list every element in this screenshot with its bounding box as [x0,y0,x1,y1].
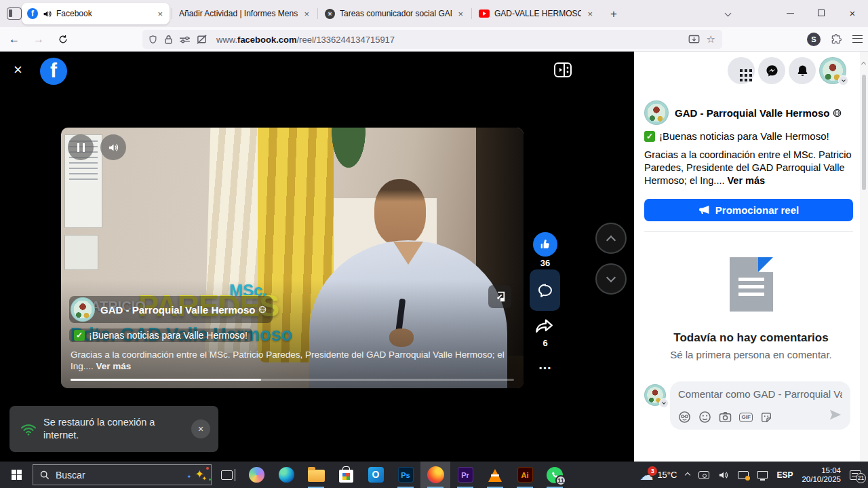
firefox-view-icon[interactable] [7,7,22,20]
taskbar-photoshop[interactable]: Ps [391,462,420,488]
comment-button[interactable] [530,269,560,311]
cast-tray-icon[interactable] [738,471,749,479]
toast-close-button[interactable]: × [191,419,210,438]
avatar-sticker-icon[interactable] [678,411,691,424]
taskbar-illustrator[interactable]: Ai [510,462,540,488]
start-button[interactable] [0,462,33,488]
chevron-down-icon [606,272,616,282]
scroll-up-icon[interactable] [861,62,866,67]
network-tray-icon[interactable] [757,471,768,478]
wall-paper [64,235,98,270]
browser-chrome: f Facebook × Añadir Actividad | Informes… [0,0,868,52]
camera-icon[interactable] [719,411,732,423]
profile-avatar-button[interactable] [819,57,846,84]
reel-page-row[interactable]: GAD - Parroquial Valle Hermoso [69,296,273,323]
more-options-button[interactable]: … [533,357,557,373]
collapse-sidebar-icon[interactable] [553,62,572,81]
page-name-link[interactable]: GAD - Parroquial Valle Hermoso [100,304,267,316]
window-close-button[interactable]: × [837,0,868,26]
previous-reel-button[interactable] [595,223,627,254]
share-button[interactable] [534,316,557,337]
send-comment-button[interactable] [829,409,842,424]
reel-close-icon[interactable]: × [14,62,22,77]
menu-hamburger-icon[interactable] [852,35,863,43]
reel-sidebar: GAD - Parroquial Valle Hermoso ✓ ¡Buenas… [634,52,868,462]
back-button[interactable]: ← [4,30,24,49]
list-tabs-button[interactable] [712,0,743,26]
hidden-icons-chevron[interactable] [685,472,690,477]
clock[interactable]: 15:04 20/10/2025 [802,466,841,484]
tab-audio-icon[interactable] [43,10,52,18]
bookmark-star-icon[interactable]: ☆ [707,33,715,45]
new-tab-button[interactable]: + [605,5,623,23]
capture-tray-icon[interactable] [698,471,709,479]
taskbar-premiere[interactable]: Pr [450,462,480,488]
taskbar-vlc[interactable] [480,462,510,488]
gif-icon[interactable]: GIF [739,413,753,422]
sticker-icon[interactable] [760,411,772,424]
tab-informes[interactable]: Añadir Actividad | Informes Mensua × [174,3,316,24]
picture-in-picture-button[interactable] [488,285,511,308]
page-row[interactable]: GAD - Parroquial Valle Hermoso [644,100,842,125]
pause-button[interactable] [68,134,94,160]
blocked-media-icon[interactable] [197,35,208,44]
lock-icon[interactable] [164,35,173,45]
empty-comments-document-icon [730,257,773,312]
permissions-icon[interactable] [179,35,191,44]
taskbar-task-view[interactable] [212,462,241,488]
taskbar-store[interactable] [331,462,361,488]
next-reel-button[interactable] [595,263,627,295]
taskbar-search[interactable]: Buscar ✦ ✦ ✦ [33,464,212,485]
tab-title: Facebook [56,9,151,18]
tab-close-icon[interactable]: × [302,9,311,19]
weather-widget[interactable]: ☁ 3 15°C [639,468,677,482]
bell-icon [795,64,810,78]
notifications-button[interactable] [789,57,816,84]
taskbar-firefox[interactable] [420,462,450,488]
taskbar-edge[interactable] [271,462,301,488]
window-minimize-button[interactable] [774,0,806,26]
like-button[interactable] [533,232,557,257]
composer-avatar[interactable] [644,384,666,406]
language-indicator[interactable]: ESP [776,470,793,480]
window-restore-button[interactable] [806,0,837,26]
volume-tray-icon[interactable] [718,470,729,480]
page-avatar[interactable] [71,297,95,322]
video-progress-track[interactable] [71,379,514,381]
tab-youtube[interactable]: GAD-VALLE HERMOSO - YouTu × [473,3,599,24]
tab-close-icon[interactable]: × [586,9,594,19]
tab-close-icon[interactable]: × [156,9,164,19]
taskbar-file-explorer[interactable] [301,462,331,488]
url-bar[interactable]: www.facebook.com/reel/1336244134715917 ☆ [142,30,722,49]
tab-facebook[interactable]: f Facebook × [22,3,170,24]
facebook-logo[interactable]: f [40,58,67,85]
scrollbar[interactable] [860,52,868,462]
extension-s-icon[interactable]: S [807,33,821,46]
page-name-link[interactable]: GAD - Parroquial Valle Hermoso [675,107,842,119]
share-count: 6 [533,338,557,348]
scroll-thumb[interactable] [862,75,866,190]
see-more-link[interactable]: Ver más [728,175,766,186]
notification-center-button[interactable]: 21 [850,470,861,480]
taskbar-outlook[interactable]: O [361,462,391,488]
apps-menu-button[interactable] [728,57,755,84]
save-page-icon[interactable] [688,35,700,45]
reel-video[interactable]: MSc. PAREDES ATRICIO Pdte. GAD Valle Her… [61,128,524,388]
url-text[interactable]: www.facebook.com/reel/1336244134715917 [216,35,395,45]
taskbar-copilot[interactable] [241,462,271,488]
messenger-button[interactable] [758,57,785,84]
emoji-smile-icon[interactable] [698,411,711,424]
file-explorer-icon [308,470,325,482]
extensions-puzzle-icon[interactable] [831,33,842,45]
tab-chatgpt[interactable]: ✳ Tareas comunicador social GAD × [319,3,470,24]
volume-button[interactable] [100,134,126,160]
promote-reel-button[interactable]: Promocionar reel [644,199,853,221]
shield-icon[interactable] [148,35,158,45]
taskbar-whatsapp[interactable]: 11 [540,462,570,488]
see-more-link[interactable]: Ver más [96,361,132,371]
forward-button[interactable]: → [28,30,49,49]
comment-input[interactable]: Comentar como GAD - Parroquial Vall... G… [670,381,850,430]
tab-close-icon[interactable]: × [456,9,465,19]
reload-button[interactable] [53,30,73,49]
page-avatar[interactable] [644,100,669,125]
